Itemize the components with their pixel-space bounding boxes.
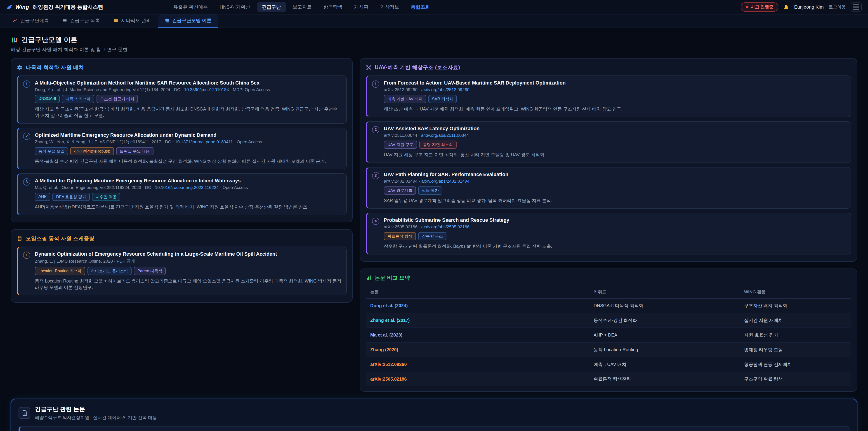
paper-link[interactable]: arXiv:2512.09260 [370,362,407,367]
hamburger-menu-icon[interactable] [851,2,862,11]
tab-label: 긴급구난모델 이론 [172,18,212,24]
tab-rescue-list[interactable]: 긴급구난 목록 [56,14,106,28]
document-icon [19,407,30,419]
chart-line-icon [13,18,18,23]
paper-title: From Forecast to Action: UAV-Based Marit… [384,80,846,86]
doi-link[interactable]: 10.1371/journal.pone.0189411 [175,140,233,144]
paper-card: 1 A Multi-Objective Optimization Method … [17,75,347,124]
paper-link[interactable]: arXiv:2505.02186 [370,376,407,381]
paper-link[interactable]: Zhang (2020) [370,347,398,352]
paper-citation: Zhang, W., Yan, X. & Yang, J. | PLoS ONE… [35,140,174,144]
app-title: 해양환경 위기대응 통합시스템 [33,4,103,11]
arxiv-link[interactable]: arxiv.org/abs/2511.00844 [421,133,469,137]
tab-rescue-model-theory[interactable]: 긴급구난모델 이론 [158,14,218,28]
tag-badge: 구조선·항공기 배치 [96,95,138,103]
left-column: 다목적 최적화 자원 배치 1 A Multi-Objective Optimi… [11,58,352,303]
incident-status-badge[interactable]: 사고 진행중 [741,2,778,12]
paper-number-badge: 1 [372,81,379,88]
doi-link[interactable]: 10.1016/j.oceaneng.2023.116224 [155,185,219,190]
paper-title: Optimized Maritime Emergency Resource Al… [35,132,341,138]
table-row: Zhang et al. (2017) 동적수요·강건 최적화 실시간 자원 재… [366,313,851,328]
paper-meta: arXiv:2505.02186 · arxiv.org/abs/2505.02… [384,224,846,229]
tag-badge: 강건 최적화(Robust) [70,147,114,155]
nav-item-reports[interactable]: 보고자료 [288,2,317,12]
logout-button[interactable]: 로그아웃 [829,4,846,10]
paper-title: Probabilistic Submarine Search and Rescu… [384,217,846,223]
right-column: UAV·예측 기반 해상구조 (보조자료) 1 From Forecast to… [360,58,857,392]
paper-description: AHP(계층분석법)+DEA(자료포락분석)로 긴급구난 자원 효율성 평가 및… [35,204,341,210]
paper-access: · MDPI Open Access [230,87,270,92]
arxiv-link[interactable]: arxiv.org/abs/2512.09260 [421,87,469,92]
paper-tags: AHP DEA 효율성 평가 내수면 적용 [35,193,341,201]
brand[interactable]: Wing 해양환경 위기대응 통합시스템 [6,4,103,11]
paper-tags: DNSGA-II 다목적 최적화 구조선·항공기 배치 [35,95,341,103]
arxiv-link[interactable]: arxiv.org/abs/2402.01494 [421,179,469,184]
paper-title: A Multi-Objective Optimization Method fo… [35,80,341,86]
tab-label: 긴급구난 목록 [70,18,100,24]
paper-link[interactable]: Dong et al. (2024) [370,303,408,308]
wing-usage-cell: 방제정 라우팅 모델 [740,342,851,357]
nav-item-weather[interactable]: 기상정보 [375,2,404,12]
wing-usage-cell: 구조자산 배치 최적화 [740,298,851,313]
content-grid: 다목적 최적화 자원 배치 1 A Multi-Objective Optimi… [11,58,857,392]
paper-link[interactable]: Zhang et al. (2017) [370,318,410,323]
nav-item-integrated-search[interactable]: 통합조회 [406,2,435,12]
paper-description: 동적·불확실 수요 반영 긴급구난 자원 배치 다목적 최적화. 불확실성 구간… [35,158,341,165]
doi-link[interactable]: 10.3390/jmse12010184 [184,87,229,92]
panel-title: 논문 비교 요약 [375,274,410,281]
page-title: 긴급구난모델 이론 [21,35,77,44]
paper-card: 1 From Forecast to Action: UAV-Based Mar… [366,75,851,117]
user-name[interactable]: Eunjeong Kim [794,4,824,10]
paper-tags: UAV 경로계획 성능 평가 [384,186,846,194]
notification-bell-icon[interactable] [783,4,789,10]
paper-citation: arXiv:2511.00844 · [384,133,420,137]
oil-drum-icon [17,236,23,241]
paper-tags: 동적 수요 모델 강건 최적화(Robust) 불확실 수요 대응 [35,147,341,155]
keyword-cell: 확률론적 탐색전략 [589,372,740,386]
panel-paper-comparison: 논문 비교 요약 논문 키워드 WING 활용 Dong et al. (202… [360,269,857,392]
paper-meta: Dong, Y. et al. | J. Marine Science and … [35,87,341,92]
nav-item-aerial-search[interactable]: 항공탐색 [318,2,347,12]
tag-badge: DEA 효율성 평가 [53,193,90,201]
page-header: 긴급구난모델 이론 해상 긴급구난 자원 배치·최적화 이론 및 참고 연구 문… [11,35,857,53]
paper-number-badge: 3 [372,172,379,179]
paper-tags: 확률론적 탐색 잠수함 구조 [384,232,846,240]
tag-badge: DNSGA-II [35,95,60,103]
column-header-paper: 논문 [366,286,589,298]
books-icon [11,36,18,43]
table-row: arXiv:2505.02186 확률론적 탐색전략 구조구역 확률 탐색 [366,372,851,386]
paper-description: SAR 임무용 UAV 경로계획 알고리즘 성능 비교 평가. 탐색 커버리지·… [384,197,846,204]
pdf-link[interactable]: PDF 공개 [117,259,135,264]
paper-citation: arXiv:2505.02186 · [384,224,420,229]
tag-badge: UAV 경로계획 [384,186,416,194]
paper-citation: arXiv:2512.09260 · [384,87,420,92]
folder-icon [114,18,119,23]
panel-title: UAV·예측 기반 해상구조 (보조자료) [375,64,460,71]
paper-number-badge: 3 [23,178,30,186]
paper-tags: 예측 기반 UAV 배치 SAR 최적화 [384,95,846,103]
tab-bar: 긴급구난예측 긴급구난 목록 시나리오 관리 긴급구난모델 이론 [0,14,868,28]
tag-badge: 내수면 적용 [92,193,120,201]
tab-label: 시나리오 관리 [121,18,151,24]
tab-rescue-forecast[interactable]: 긴급구난예측 [6,14,55,28]
list-icon [62,18,67,23]
incident-dot-icon [746,6,748,8]
nav-item-emergency-rescue[interactable]: 긴급구난 [257,2,286,12]
paper-tags: UAV 지원 구조 응답 지연 최소화 [384,141,846,149]
incident-badge-label: 사고 진행중 [751,4,773,10]
drone-icon [366,65,372,70]
paper-title: UAV-Assisted SAR Latency Optimization [384,126,846,131]
panel-related-papers: 긴급구난 관련 논문 해양수색구조 의사결정지원 · 실시간 데이터·AI 기반… [11,399,857,431]
nav-item-board[interactable]: 게시판 [349,2,373,12]
tag-badge: 확률론적 탐색 [384,232,416,240]
arxiv-link[interactable]: arxiv.org/abs/2505.02186 [421,224,469,229]
keyword-cell: 예측→UAV 배치 [589,357,740,372]
nav-item-hns-dispersion[interactable]: HNS·대기확산 [215,2,255,12]
paper-link[interactable]: Ma et al. (2023) [370,333,402,337]
related-panel-header: 긴급구난 관련 논문 해양수색구조 의사결정지원 · 실시간 데이터·AI 기반… [19,405,849,421]
tab-scenario-management[interactable]: 시나리오 관리 [107,14,157,28]
nav-item-oil-spill-forecast[interactable]: 유출유 확산예측 [168,2,213,12]
paper-description: 동적 Location-Routing 최적화 모델 + 하이브리드 휴리스틱 … [35,278,341,291]
tag-badge: Location-Routing 최적화 [35,267,85,275]
brand-name: Wing [16,4,29,10]
